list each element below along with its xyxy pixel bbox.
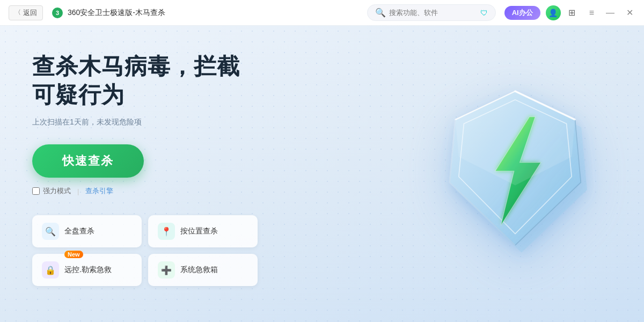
search-icon: 🔍: [375, 8, 386, 18]
system-rescue-label: 系统急救箱: [180, 265, 218, 275]
minimize-button[interactable]: —: [604, 8, 617, 18]
svg-text:3: 3: [56, 10, 59, 16]
app-title-area: 3 360安全卫士极速版-木马查杀: [52, 7, 165, 19]
location-scan-card[interactable]: 📍 按位置查杀: [148, 215, 258, 247]
back-button[interactable]: 〈 返回: [9, 5, 43, 20]
window-controls: ≡ — ✕: [587, 8, 635, 18]
system-rescue-card[interactable]: ➕ 系统急救箱: [148, 254, 258, 286]
right-panel: [386, 26, 644, 322]
system-rescue-icon: ➕: [158, 261, 175, 279]
options-row: 强力模式 | 查杀引擎: [32, 186, 354, 196]
avatar[interactable]: 👤: [546, 5, 561, 20]
full-scan-icon: 🔍: [42, 223, 59, 240]
subtitle-text: 上次扫描在1天前，未发现危险项: [32, 118, 354, 127]
search-bar[interactable]: 🔍 🛡: [367, 4, 496, 21]
divider: |: [77, 187, 79, 195]
left-panel: 查杀木马病毒，拦截可疑行为 上次扫描在1天前，未发现危险项 快速查杀 强力模式 …: [0, 26, 386, 322]
engine-link[interactable]: 查杀引擎: [85, 186, 113, 196]
shield-small-icon: 🛡: [480, 9, 488, 17]
new-badge: New: [64, 251, 83, 258]
action-grid: 🔍 全盘查杀 📍 按位置查杀 🔒 远控.勒索急救 New ➕ 系统急救箱: [32, 215, 258, 286]
ai-office-button[interactable]: AI办公: [504, 6, 540, 20]
location-scan-label: 按位置查杀: [180, 226, 218, 236]
app-logo-icon: 3: [52, 7, 63, 19]
power-mode-input[interactable]: [32, 187, 40, 195]
full-scan-card[interactable]: 🔍 全盘查杀: [32, 215, 142, 247]
avatar-icon: 👤: [548, 9, 558, 17]
remote-rescue-label: 远控.勒索急救: [64, 265, 112, 275]
title-bar: 〈 返回 3 360安全卫士极速版-木马查杀 🔍 🛡 AI办公 👤 ⊞ ≡ — …: [0, 0, 644, 26]
remote-rescue-icon: 🔒: [42, 261, 59, 279]
location-scan-icon: 📍: [158, 223, 175, 240]
full-scan-label: 全盘查杀: [64, 226, 94, 236]
shield-svg-icon: [429, 83, 601, 265]
main-title: 查杀木马病毒，拦截可疑行为: [32, 53, 354, 109]
shield-illustration: [429, 83, 601, 265]
menu-icon[interactable]: ≡: [587, 8, 596, 18]
back-label: 返回: [23, 8, 37, 18]
remote-rescue-card[interactable]: 🔒 远控.勒索急救 New: [32, 254, 142, 286]
grid-icon[interactable]: ⊞: [566, 6, 577, 19]
title-bar-right: AI办公 👤 ⊞ ≡ — ✕: [504, 5, 635, 20]
search-input[interactable]: [389, 9, 477, 17]
close-button[interactable]: ✕: [624, 8, 635, 18]
chevron-left-icon: 〈: [14, 8, 21, 17]
app-title-text: 360安全卫士极速版-木马查杀: [68, 8, 165, 18]
quick-scan-button[interactable]: 快速查杀: [32, 144, 144, 178]
main-content: 查杀木马病毒，拦截可疑行为 上次扫描在1天前，未发现危险项 快速查杀 强力模式 …: [0, 26, 644, 322]
power-mode-checkbox[interactable]: 强力模式: [32, 186, 71, 196]
power-mode-label: 强力模式: [43, 186, 71, 196]
